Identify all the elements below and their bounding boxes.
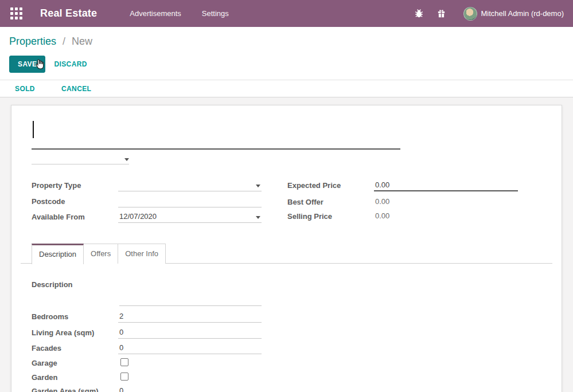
description-label: Description (32, 280, 118, 306)
statusbar: SOLD CANCEL (0, 80, 573, 97)
sold-button[interactable]: SOLD (9, 85, 41, 93)
field-row-garage: Garage (32, 358, 262, 369)
chevron-down-icon (256, 185, 260, 187)
field-row-available-from: Available From 12/07/2020 (32, 212, 262, 223)
bedrooms-value: 2 (119, 312, 123, 320)
tab-offers[interactable]: Offers (84, 244, 118, 264)
menu-item-advertisements[interactable]: Advertisements (130, 9, 181, 18)
field-row-property-type: Property Type (32, 181, 262, 191)
property-name-input[interactable] (32, 116, 400, 150)
garden-area-label: Garden Area (sqm) (32, 386, 118, 392)
living-area-input[interactable]: 0 (118, 328, 262, 339)
breadcrumb: Properties / New (9, 36, 564, 48)
control-panel: Properties / New SAVE DISCARD (0, 27, 573, 80)
discard-button[interactable]: DISCARD (54, 60, 87, 68)
breadcrumb-current: New (72, 36, 92, 47)
property-tag-select[interactable] (32, 155, 129, 164)
field-row-best-offer: Best Offer 0.00 (287, 197, 517, 208)
field-row-postcode: Postcode (32, 197, 262, 207)
living-area-label: Living Area (sqm) (32, 328, 118, 339)
form-sheet: Property Type Postcode Available From 12… (11, 105, 562, 392)
available-from-input[interactable]: 12/07/2020 (118, 212, 262, 223)
breadcrumb-separator: / (63, 36, 65, 47)
avatar (463, 7, 477, 21)
expected-price-input[interactable]: 0.00 (374, 181, 518, 191)
gift-icon[interactable] (436, 9, 446, 18)
garden-cell (118, 373, 262, 383)
available-from-label: Available From (32, 212, 118, 223)
living-area-value: 0 (119, 328, 123, 336)
chevron-down-icon (256, 216, 260, 219)
property-type-label: Property Type (32, 181, 118, 191)
field-row-facades: Facades 0 (32, 343, 262, 354)
selling-price-label: Selling Price (287, 211, 374, 222)
bedrooms-label: Bedrooms (32, 312, 118, 323)
app-title: Real Estate (40, 7, 97, 19)
facades-value: 0 (119, 343, 123, 352)
text-cursor (33, 121, 34, 138)
field-row-garden-area: Garden Area (sqm) 0 (32, 386, 262, 392)
facades-label: Facades (32, 343, 118, 354)
garden-area-value: 0 (119, 386, 123, 392)
expected-price-value: 0.00 (375, 181, 389, 189)
field-row-bedrooms: Bedrooms 2 (32, 312, 262, 323)
tab-other-info[interactable]: Other Info (118, 244, 166, 264)
property-type-input[interactable] (118, 181, 262, 191)
field-row-selling-price: Selling Price 0.00 (287, 211, 517, 222)
cancel-button[interactable]: CANCEL (56, 85, 97, 93)
top-navbar: Real Estate Advertisements Settings Mitc… (0, 0, 573, 27)
apps-grid-icon[interactable] (10, 7, 22, 19)
best-offer-label: Best Offer (287, 197, 374, 208)
garden-label: Garden (32, 373, 118, 383)
garden-area-input[interactable]: 0 (118, 386, 262, 392)
top-menu: Advertisements Settings (130, 9, 229, 18)
breadcrumb-properties-link[interactable]: Properties (9, 36, 56, 47)
control-panel-buttons: SAVE DISCARD (9, 56, 564, 73)
garage-label: Garage (32, 358, 118, 369)
save-button[interactable]: SAVE (9, 56, 45, 73)
facades-input[interactable]: 0 (118, 343, 262, 354)
best-offer-value: 0.00 (374, 197, 517, 208)
garage-cell (118, 358, 262, 369)
expected-price-label: Expected Price (287, 181, 374, 191)
field-row-living-area: Living Area (sqm) 0 (32, 328, 262, 339)
description-textarea[interactable] (118, 280, 262, 306)
garden-checkbox[interactable] (120, 373, 128, 381)
menu-item-settings[interactable]: Settings (202, 9, 229, 18)
bug-icon[interactable] (414, 9, 424, 18)
user-menu[interactable]: Mitchell Admin (rd-demo) (463, 7, 564, 21)
chevron-down-icon (124, 158, 129, 161)
selling-price-value: 0.00 (374, 211, 517, 222)
field-row-garden: Garden (32, 373, 262, 383)
notebook-tabs: Description Offers Other Info (21, 244, 552, 264)
systray: Mitchell Admin (rd-demo) (414, 7, 564, 21)
field-row-description: Description (32, 280, 262, 306)
user-name: Mitchell Admin (rd-demo) (481, 9, 564, 18)
bedrooms-input[interactable]: 2 (118, 312, 262, 323)
tab-description[interactable]: Description (32, 244, 84, 264)
form-view-background: Property Type Postcode Available From 12… (0, 97, 573, 392)
field-row-expected-price: Expected Price 0.00 (287, 181, 518, 191)
postcode-label: Postcode (32, 197, 118, 207)
postcode-input[interactable] (118, 197, 262, 207)
garage-checkbox[interactable] (120, 358, 128, 366)
available-from-value: 12/07/2020 (119, 212, 157, 221)
